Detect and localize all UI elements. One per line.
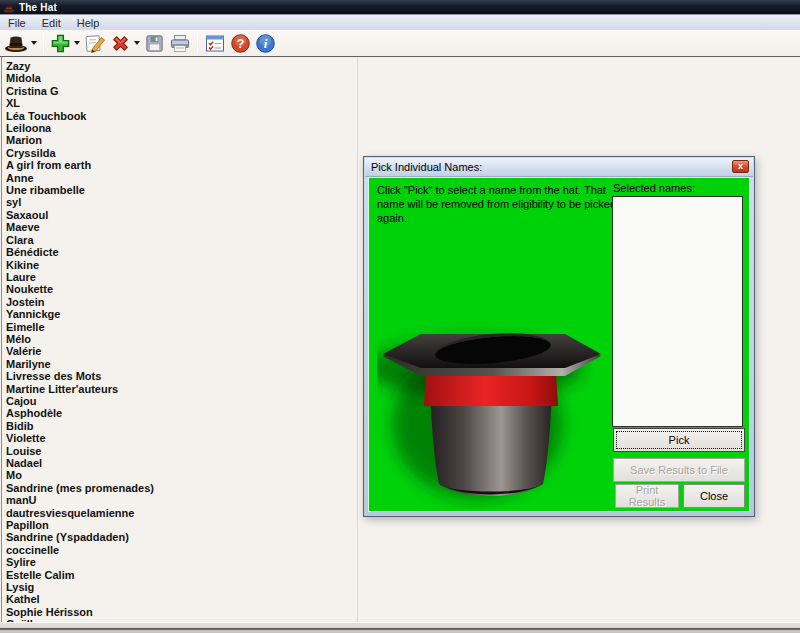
plus-icon bbox=[50, 33, 71, 54]
list-item[interactable]: Une ribambelle bbox=[6, 184, 357, 196]
list-item[interactable]: Kikine bbox=[6, 259, 357, 271]
window-bottom-edge bbox=[0, 622, 800, 633]
list-item[interactable]: coccinelle bbox=[6, 544, 357, 556]
list-item[interactable]: Laure bbox=[6, 271, 357, 283]
toolbar-separator bbox=[43, 33, 44, 53]
red-x-icon bbox=[110, 33, 131, 54]
list-item[interactable]: Midola bbox=[6, 72, 357, 84]
dialog-content: Click "Pick" to select a name from the h… bbox=[368, 177, 750, 512]
names-listbox[interactable]: ZazyMidolaCristina GXLLéa TouchbookLeilo… bbox=[1, 57, 358, 622]
list-item[interactable]: Sophie Hérisson bbox=[6, 606, 357, 618]
floppy-icon bbox=[144, 33, 165, 54]
list-item[interactable]: Maeve bbox=[6, 221, 357, 233]
list-item[interactable]: Bénédicte bbox=[6, 246, 357, 258]
list-item[interactable]: Estelle Calim bbox=[6, 569, 357, 581]
toolbar-separator bbox=[197, 33, 198, 53]
list-item[interactable]: Violette bbox=[6, 432, 357, 444]
window-titlebar[interactable]: The Hat bbox=[0, 0, 800, 14]
dialog-instructions: Click "Pick" to select a name from the h… bbox=[377, 183, 617, 225]
list-item[interactable]: Eimelle bbox=[6, 321, 357, 333]
info-circle-icon: i bbox=[255, 33, 276, 54]
selected-names-label: Selected names: bbox=[613, 182, 695, 194]
delete-name-dropdown-arrow bbox=[134, 41, 140, 45]
toolbar: ? i bbox=[0, 30, 800, 57]
add-name-button[interactable] bbox=[48, 31, 82, 55]
list-item[interactable]: Nadael bbox=[6, 457, 357, 469]
svg-text:i: i bbox=[264, 37, 268, 51]
svg-text:?: ? bbox=[237, 36, 245, 50]
list-item[interactable]: Martine Litter'auteurs bbox=[6, 383, 357, 395]
menu-bar: File Edit Help bbox=[0, 14, 800, 30]
hat-image bbox=[377, 314, 609, 510]
list-item[interactable]: XL bbox=[6, 97, 357, 109]
list-item[interactable]: manU bbox=[6, 494, 357, 506]
question-circle-icon: ? bbox=[230, 33, 251, 54]
list-item[interactable]: Sandrine (mes promenades) bbox=[6, 482, 357, 494]
list-item[interactable]: Leiloona bbox=[6, 122, 357, 134]
delete-name-button[interactable] bbox=[108, 31, 142, 55]
save-results-button: Save Results to File bbox=[613, 458, 745, 482]
help-button[interactable]: ? bbox=[228, 31, 253, 55]
close-icon: x bbox=[738, 162, 743, 171]
checklist-window-icon bbox=[204, 33, 226, 54]
about-button[interactable]: i bbox=[253, 31, 278, 55]
list-item[interactable]: Léa Touchbook bbox=[6, 110, 357, 122]
list-item[interactable]: Papillon bbox=[6, 519, 357, 531]
list-item[interactable]: Clara bbox=[6, 234, 357, 246]
menu-file[interactable]: File bbox=[0, 16, 34, 29]
list-item[interactable]: Sandrine (Yspaddaden) bbox=[6, 531, 357, 543]
list-item[interactable]: Asphodèle bbox=[6, 407, 357, 419]
menu-help[interactable]: Help bbox=[69, 16, 108, 29]
hat-menu-dropdown-arrow bbox=[31, 41, 37, 45]
list-item[interactable]: Mélo bbox=[6, 333, 357, 345]
window-title: The Hat bbox=[19, 2, 57, 13]
list-item[interactable]: Cajou bbox=[6, 395, 357, 407]
list-item[interactable]: Marion bbox=[6, 134, 357, 146]
list-item[interactable]: Lysig bbox=[6, 581, 357, 593]
list-item[interactable]: Kathel bbox=[6, 593, 357, 605]
selected-names-listbox[interactable] bbox=[612, 196, 743, 427]
add-name-dropdown-arrow bbox=[74, 41, 80, 45]
dialog-title: Pick Individual Names: bbox=[365, 161, 482, 174]
list-item[interactable]: Livresse des Mots bbox=[6, 370, 357, 382]
print-button[interactable] bbox=[167, 31, 193, 55]
list-item[interactable]: Valérie bbox=[6, 345, 357, 357]
list-item[interactable]: A girl from earth bbox=[6, 159, 357, 171]
save-button[interactable] bbox=[142, 31, 167, 55]
list-item[interactable]: Jostein bbox=[6, 296, 357, 308]
edit-pencil-icon bbox=[84, 33, 106, 54]
list-item[interactable]: Saxaoul bbox=[6, 209, 357, 221]
pick-button[interactable]: Pick bbox=[613, 428, 745, 452]
list-item[interactable]: Cryssilda bbox=[6, 147, 357, 159]
hat-menu-button[interactable] bbox=[2, 31, 39, 55]
hat-icon bbox=[4, 34, 28, 53]
list-item[interactable]: Anne bbox=[6, 172, 357, 184]
dialog-titlebar[interactable]: Pick Individual Names: bbox=[365, 158, 753, 177]
list-item[interactable]: Sylire bbox=[6, 556, 357, 568]
list-item[interactable]: Bidib bbox=[6, 420, 357, 432]
app-hat-icon bbox=[3, 2, 15, 13]
list-item[interactable]: Mo bbox=[6, 469, 357, 481]
list-item[interactable]: Noukette bbox=[6, 283, 357, 295]
list-item[interactable]: Marilyne bbox=[6, 358, 357, 370]
list-item[interactable]: Louise bbox=[6, 445, 357, 457]
close-button[interactable]: Close bbox=[683, 484, 745, 508]
application-window: The Hat File Edit Help bbox=[0, 0, 800, 633]
pick-names-dialog: Pick Individual Names: x Click "Pick" to… bbox=[363, 156, 755, 517]
list-item[interactable]: Yannickge bbox=[6, 308, 357, 320]
edit-name-button[interactable] bbox=[82, 31, 108, 55]
dialog-close-button[interactable]: x bbox=[732, 160, 749, 173]
list-item[interactable]: syl bbox=[6, 196, 357, 208]
menu-edit[interactable]: Edit bbox=[34, 16, 69, 29]
list-item[interactable]: dautresviesquelamienne bbox=[6, 507, 357, 519]
list-item[interactable]: Cristina G bbox=[6, 85, 357, 97]
options-button[interactable] bbox=[202, 31, 228, 55]
printer-icon bbox=[169, 33, 191, 54]
print-results-button: Print Results bbox=[615, 484, 679, 508]
list-item[interactable]: Zazy bbox=[6, 60, 357, 72]
